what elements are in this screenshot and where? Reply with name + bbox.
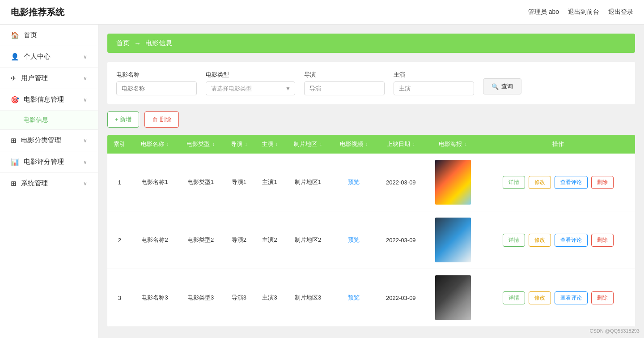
cell-ops: 详情 修改 查看评论 删除 xyxy=(481,269,635,327)
cell-director: 导演1 xyxy=(224,154,254,211)
poster-image xyxy=(435,275,471,320)
chevron-down-icon-user: ∨ xyxy=(83,75,87,81)
op-cell: 详情 修改 查看评论 删除 xyxy=(484,291,631,304)
actor-input[interactable] xyxy=(394,81,474,95)
sidebar-item-movie-category-mgmt[interactable]: ⊞ 电影分类管理 ∨ xyxy=(0,130,98,151)
delete-button[interactable]: 删除 xyxy=(591,291,614,304)
table-body: 1 电影名称1 电影类型1 导演1 主演1 制片地区1 预览 2022-03-0… xyxy=(107,154,635,327)
cell-type: 电影类型3 xyxy=(178,269,224,327)
sort-icon-director: ↕ xyxy=(245,142,247,147)
detail-button[interactable]: 详情 xyxy=(503,176,525,189)
sidebar-item-user-mgmt[interactable]: ✈ 用户管理 ∨ xyxy=(0,68,98,89)
review-button[interactable]: 查看评论 xyxy=(555,291,588,304)
sidebar-item-movie-rating-mgmt[interactable]: 📊 电影评分管理 ∨ xyxy=(0,151,98,173)
th-actor[interactable]: 主演 ↕ xyxy=(254,135,285,154)
breadcrumb-arrow: → xyxy=(134,39,141,47)
sort-icon-type: ↕ xyxy=(212,142,215,147)
sidebar-item-home[interactable]: 🏠 首页 xyxy=(0,25,98,46)
cell-video[interactable]: 预览 xyxy=(331,211,377,269)
search-button[interactable]: 🔍 查询 xyxy=(483,78,521,94)
movie-type-select-wrapper: 请选择电影类型 动作 喜剧 剧情 ▼ xyxy=(206,81,295,95)
review-button[interactable]: 查看评论 xyxy=(555,234,588,247)
sidebar-item-movie-rating-mgmt-label: 电影评分管理 xyxy=(24,158,64,166)
main-content: 首页 → 电影信息 电影名称 电影类型 请选择电影类型 动作 喜剧 剧情 ▼ xyxy=(98,25,644,338)
cell-ops: 详情 修改 查看评论 删除 xyxy=(481,211,635,269)
add-button-label: + 新增 xyxy=(115,116,131,124)
cell-type: 电影类型2 xyxy=(178,211,224,269)
delete-button[interactable]: 删除 xyxy=(591,176,614,189)
add-button[interactable]: + 新增 xyxy=(107,111,139,128)
edit-button[interactable]: 修改 xyxy=(529,291,551,304)
th-name[interactable]: 电影名称 ↕ xyxy=(132,135,178,154)
cell-poster xyxy=(425,269,481,327)
detail-button[interactable]: 详情 xyxy=(503,234,525,247)
th-date[interactable]: 上映日期 ↕ xyxy=(377,135,425,154)
th-ops: 操作 xyxy=(481,135,635,154)
csdn-watermark: CSDN @QQ55318293 xyxy=(590,328,640,334)
search-icon: 🔍 xyxy=(491,83,499,90)
edit-button[interactable]: 修改 xyxy=(529,176,551,189)
home-icon: 🏠 xyxy=(11,31,19,39)
sidebar-item-movie-info-mgmt-label: 电影信息管理 xyxy=(24,95,64,104)
movie-category-icon: ⊞ xyxy=(11,137,17,145)
sidebar-sub-item-movie-info[interactable]: 电影信息 xyxy=(0,111,98,130)
sidebar-item-system-mgmt-label: 系统管理 xyxy=(21,179,48,188)
logout-link[interactable]: 退出登录 xyxy=(608,8,633,16)
chevron-down-icon-system: ∨ xyxy=(83,180,87,187)
sidebar-item-profile[interactable]: 👤 个人中心 ∨ xyxy=(0,46,98,68)
th-poster[interactable]: 电影海报 ↕ xyxy=(425,135,481,154)
sidebar: 🏠 首页 👤 个人中心 ∨ ✈ 用户管理 ∨ 🎯 电影信息管理 ∨ 电影信息 ⊞… xyxy=(0,25,98,338)
table-head: 索引 电影名称 ↕ 电影类型 ↕ 导演 ↕ 主演 xyxy=(107,135,635,154)
movie-type-select[interactable]: 请选择电影类型 动作 喜剧 剧情 xyxy=(206,81,295,95)
movie-name-input[interactable] xyxy=(116,81,197,95)
breadcrumb: 首页 → 电影信息 xyxy=(107,34,635,53)
table-header-row: 索引 电影名称 ↕ 电影类型 ↕ 导演 ↕ 主演 xyxy=(107,135,635,154)
back-to-front-link[interactable]: 退出到前台 xyxy=(568,8,599,16)
cell-date: 2022-03-09 xyxy=(377,269,425,327)
th-type[interactable]: 电影类型 ↕ xyxy=(178,135,224,154)
batch-delete-label: 删除 xyxy=(160,116,171,124)
delete-button[interactable]: 删除 xyxy=(591,234,614,247)
cell-index: 2 xyxy=(107,211,132,269)
movie-type-label: 电影类型 xyxy=(206,71,295,79)
op-cell: 详情 修改 查看评论 删除 xyxy=(484,176,631,189)
sort-icon-actor: ↕ xyxy=(275,142,278,147)
chevron-down-icon: ∨ xyxy=(83,54,87,60)
chevron-down-icon-category: ∨ xyxy=(83,137,87,144)
cell-date: 2022-03-09 xyxy=(377,154,425,211)
detail-button[interactable]: 详情 xyxy=(503,291,525,304)
director-input[interactable] xyxy=(304,81,385,95)
th-index: 索引 xyxy=(107,135,132,154)
cell-director: 导演2 xyxy=(224,211,254,269)
cell-index: 3 xyxy=(107,269,132,327)
search-button-label: 查询 xyxy=(501,82,513,90)
review-button[interactable]: 查看评论 xyxy=(555,176,588,189)
batch-delete-button[interactable]: 🗑 删除 xyxy=(144,111,179,128)
th-video[interactable]: 电影视频 ↕ xyxy=(331,135,377,154)
chevron-down-icon-rating: ∨ xyxy=(83,159,87,165)
director-label: 导演 xyxy=(304,71,385,79)
cell-name: 电影名称2 xyxy=(132,211,178,269)
sort-icon-name: ↕ xyxy=(166,142,169,147)
cell-video[interactable]: 预览 xyxy=(331,154,377,211)
search-area: 电影名称 电影类型 请选择电影类型 动作 喜剧 剧情 ▼ 导演 xyxy=(107,62,635,104)
cell-poster xyxy=(425,211,481,269)
header: 电影推荐系统 管理员 abo 退出到前台 退出登录 xyxy=(0,0,644,25)
edit-button[interactable]: 修改 xyxy=(529,234,551,247)
profile-icon: 👤 xyxy=(11,53,19,61)
cell-name: 电影名称3 xyxy=(132,269,178,327)
table-row: 1 电影名称1 电影类型1 导演1 主演1 制片地区1 预览 2022-03-0… xyxy=(107,154,635,211)
sidebar-item-movie-category-mgmt-label: 电影分类管理 xyxy=(21,136,61,145)
th-region[interactable]: 制片地区 ↕ xyxy=(285,135,331,154)
cell-poster xyxy=(425,154,481,211)
cell-video[interactable]: 预览 xyxy=(331,269,377,327)
system-mgmt-icon: ⊞ xyxy=(11,180,17,188)
search-field-director: 导演 xyxy=(304,71,385,95)
poster-image xyxy=(435,160,471,205)
th-director[interactable]: 导演 ↕ xyxy=(224,135,254,154)
sidebar-item-system-mgmt[interactable]: ⊞ 系统管理 ∨ xyxy=(0,173,98,194)
sidebar-item-movie-info-mgmt[interactable]: 🎯 电影信息管理 ∨ xyxy=(0,89,98,111)
user-mgmt-icon: ✈ xyxy=(11,74,17,82)
cell-director: 导演3 xyxy=(224,269,254,327)
sort-icon-poster: ↕ xyxy=(465,142,467,147)
